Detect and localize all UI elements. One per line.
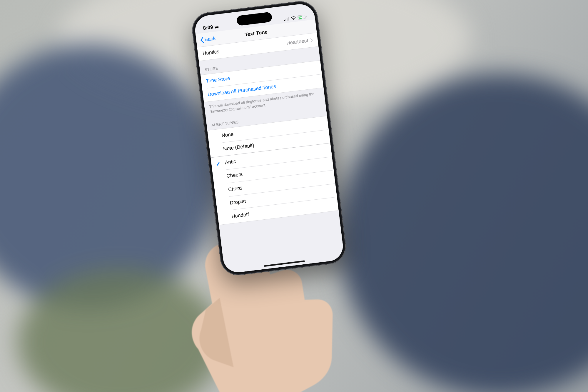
checkmark-icon [218,217,232,218]
chevron-left-icon [200,37,204,43]
wifi-icon [290,16,296,20]
alert-tone-label: Chord [228,185,242,193]
back-button[interactable]: Back [198,31,218,47]
chevron-right-icon [310,38,313,42]
cellular-icon [283,17,289,21]
checkmark-icon [215,190,228,191]
checkmark-icon [210,149,223,151]
status-time: 8:09 [203,24,213,31]
alert-tones-group: NoneNote (Default)✓AnticCheersChordDropl… [207,116,339,225]
haptics-label: Haptics [202,49,220,57]
tone-store-label: Tone Store [206,76,230,84]
alert-tone-label: Note (Default) [223,143,254,152]
sleep-icon: 🛏 [215,24,219,29]
checkmark-icon [213,176,227,178]
battery-icon: 56 [298,14,307,20]
alert-tone-label: Handoff [231,211,249,219]
alert-tone-label: None [221,131,234,139]
haptics-value: Heartbeat [286,38,309,46]
checkmark-icon: ✓ [211,159,225,168]
checkmark-icon [216,203,230,205]
alert-tone-label: Droplet [230,198,246,206]
back-label: Back [204,35,216,42]
alert-tone-label: Cheers [226,171,243,179]
checkmark-icon [208,136,222,138]
page-title: Text Tone [244,29,268,38]
alert-tone-label: Antic [225,159,236,166]
